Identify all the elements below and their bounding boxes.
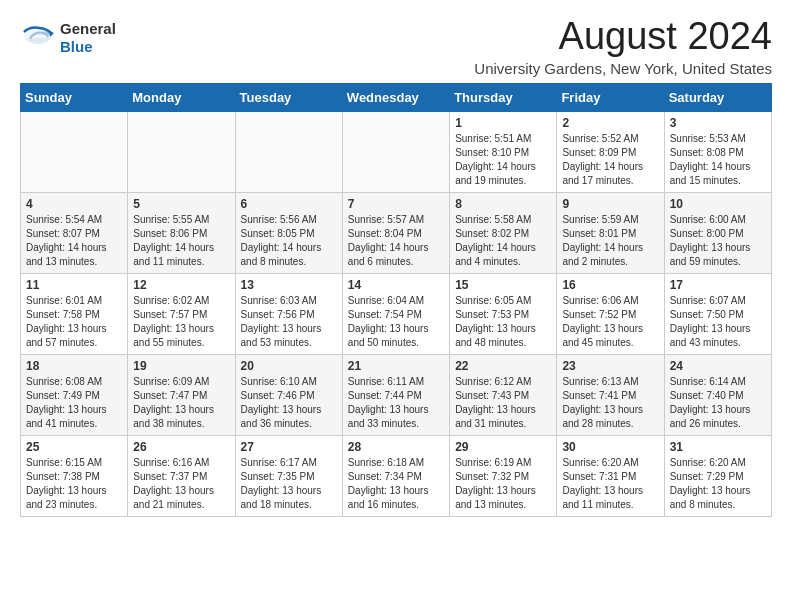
logo-blue: Blue <box>60 38 116 56</box>
day-number: 30 <box>562 440 658 454</box>
weekday-header: Thursday <box>450 83 557 111</box>
sunset-text: Sunset: 7:44 PM <box>348 390 422 401</box>
sunset-text: Sunset: 7:47 PM <box>133 390 207 401</box>
weekday-header: Wednesday <box>342 83 449 111</box>
cell-info: Sunrise: 6:07 AM Sunset: 7:50 PM Dayligh… <box>670 294 766 350</box>
weekday-header: Friday <box>557 83 664 111</box>
weekday-header: Tuesday <box>235 83 342 111</box>
cell-info: Sunrise: 5:58 AM Sunset: 8:02 PM Dayligh… <box>455 213 551 269</box>
daylight-text: Daylight: 13 hours and 57 minutes. <box>26 323 107 348</box>
cell-info: Sunrise: 6:17 AM Sunset: 7:35 PM Dayligh… <box>241 456 337 512</box>
sunset-text: Sunset: 7:50 PM <box>670 309 744 320</box>
calendar-cell: 19 Sunrise: 6:09 AM Sunset: 7:47 PM Dayl… <box>128 354 235 435</box>
calendar-cell: 22 Sunrise: 6:12 AM Sunset: 7:43 PM Dayl… <box>450 354 557 435</box>
calendar-cell: 17 Sunrise: 6:07 AM Sunset: 7:50 PM Dayl… <box>664 273 771 354</box>
daylight-text: Daylight: 13 hours and 33 minutes. <box>348 404 429 429</box>
sunrise-text: Sunrise: 6:08 AM <box>26 376 102 387</box>
sunset-text: Sunset: 7:46 PM <box>241 390 315 401</box>
sunrise-text: Sunrise: 5:57 AM <box>348 214 424 225</box>
day-number: 31 <box>670 440 766 454</box>
day-number: 24 <box>670 359 766 373</box>
daylight-text: Daylight: 13 hours and 16 minutes. <box>348 485 429 510</box>
daylight-text: Daylight: 13 hours and 18 minutes. <box>241 485 322 510</box>
daylight-text: Daylight: 14 hours and 4 minutes. <box>455 242 536 267</box>
calendar-cell <box>235 111 342 192</box>
day-number: 3 <box>670 116 766 130</box>
calendar-cell: 14 Sunrise: 6:04 AM Sunset: 7:54 PM Dayl… <box>342 273 449 354</box>
cell-info: Sunrise: 6:16 AM Sunset: 7:37 PM Dayligh… <box>133 456 229 512</box>
day-number: 26 <box>133 440 229 454</box>
daylight-text: Daylight: 13 hours and 55 minutes. <box>133 323 214 348</box>
sunset-text: Sunset: 7:41 PM <box>562 390 636 401</box>
sunrise-text: Sunrise: 5:58 AM <box>455 214 531 225</box>
sunrise-text: Sunrise: 5:53 AM <box>670 133 746 144</box>
sunrise-text: Sunrise: 5:54 AM <box>26 214 102 225</box>
daylight-text: Daylight: 13 hours and 21 minutes. <box>133 485 214 510</box>
sunrise-text: Sunrise: 5:51 AM <box>455 133 531 144</box>
sunrise-text: Sunrise: 6:12 AM <box>455 376 531 387</box>
sunset-text: Sunset: 7:58 PM <box>26 309 100 320</box>
day-number: 22 <box>455 359 551 373</box>
sunset-text: Sunset: 7:37 PM <box>133 471 207 482</box>
sunrise-text: Sunrise: 6:04 AM <box>348 295 424 306</box>
sunset-text: Sunset: 8:01 PM <box>562 228 636 239</box>
day-number: 2 <box>562 116 658 130</box>
sunrise-text: Sunrise: 6:20 AM <box>670 457 746 468</box>
calendar-cell: 28 Sunrise: 6:18 AM Sunset: 7:34 PM Dayl… <box>342 435 449 516</box>
cell-info: Sunrise: 5:53 AM Sunset: 8:08 PM Dayligh… <box>670 132 766 188</box>
cell-info: Sunrise: 6:01 AM Sunset: 7:58 PM Dayligh… <box>26 294 122 350</box>
sunset-text: Sunset: 8:08 PM <box>670 147 744 158</box>
daylight-text: Daylight: 14 hours and 19 minutes. <box>455 161 536 186</box>
cell-info: Sunrise: 6:04 AM Sunset: 7:54 PM Dayligh… <box>348 294 444 350</box>
day-number: 15 <box>455 278 551 292</box>
calendar-cell: 4 Sunrise: 5:54 AM Sunset: 8:07 PM Dayli… <box>21 192 128 273</box>
calendar-cell <box>128 111 235 192</box>
daylight-text: Daylight: 13 hours and 13 minutes. <box>455 485 536 510</box>
sunrise-text: Sunrise: 6:19 AM <box>455 457 531 468</box>
day-number: 21 <box>348 359 444 373</box>
calendar-cell: 31 Sunrise: 6:20 AM Sunset: 7:29 PM Dayl… <box>664 435 771 516</box>
cell-info: Sunrise: 5:54 AM Sunset: 8:07 PM Dayligh… <box>26 213 122 269</box>
sunset-text: Sunset: 8:02 PM <box>455 228 529 239</box>
day-number: 23 <box>562 359 658 373</box>
sunrise-text: Sunrise: 6:05 AM <box>455 295 531 306</box>
calendar-table: SundayMondayTuesdayWednesdayThursdayFrid… <box>20 83 772 517</box>
calendar-cell: 1 Sunrise: 5:51 AM Sunset: 8:10 PM Dayli… <box>450 111 557 192</box>
day-number: 29 <box>455 440 551 454</box>
sunset-text: Sunset: 8:00 PM <box>670 228 744 239</box>
calendar-cell: 9 Sunrise: 5:59 AM Sunset: 8:01 PM Dayli… <box>557 192 664 273</box>
sunset-text: Sunset: 7:32 PM <box>455 471 529 482</box>
sunrise-text: Sunrise: 5:59 AM <box>562 214 638 225</box>
day-number: 8 <box>455 197 551 211</box>
weekday-header: Saturday <box>664 83 771 111</box>
daylight-text: Daylight: 13 hours and 26 minutes. <box>670 404 751 429</box>
sunrise-text: Sunrise: 5:52 AM <box>562 133 638 144</box>
sunset-text: Sunset: 7:56 PM <box>241 309 315 320</box>
cell-info: Sunrise: 6:20 AM Sunset: 7:31 PM Dayligh… <box>562 456 658 512</box>
day-number: 6 <box>241 197 337 211</box>
sunset-text: Sunset: 7:38 PM <box>26 471 100 482</box>
daylight-text: Daylight: 13 hours and 45 minutes. <box>562 323 643 348</box>
day-number: 7 <box>348 197 444 211</box>
day-number: 14 <box>348 278 444 292</box>
calendar-cell: 27 Sunrise: 6:17 AM Sunset: 7:35 PM Dayl… <box>235 435 342 516</box>
calendar-cell <box>342 111 449 192</box>
logo-icon <box>20 24 56 52</box>
daylight-text: Daylight: 13 hours and 53 minutes. <box>241 323 322 348</box>
sunset-text: Sunset: 8:06 PM <box>133 228 207 239</box>
week-row: 18 Sunrise: 6:08 AM Sunset: 7:49 PM Dayl… <box>21 354 772 435</box>
calendar-cell: 5 Sunrise: 5:55 AM Sunset: 8:06 PM Dayli… <box>128 192 235 273</box>
day-number: 25 <box>26 440 122 454</box>
day-number: 13 <box>241 278 337 292</box>
sunset-text: Sunset: 8:07 PM <box>26 228 100 239</box>
calendar-cell: 24 Sunrise: 6:14 AM Sunset: 7:40 PM Dayl… <box>664 354 771 435</box>
sunset-text: Sunset: 7:34 PM <box>348 471 422 482</box>
sunrise-text: Sunrise: 6:13 AM <box>562 376 638 387</box>
cell-info: Sunrise: 6:19 AM Sunset: 7:32 PM Dayligh… <box>455 456 551 512</box>
sunset-text: Sunset: 7:29 PM <box>670 471 744 482</box>
sunrise-text: Sunrise: 6:15 AM <box>26 457 102 468</box>
calendar-cell: 13 Sunrise: 6:03 AM Sunset: 7:56 PM Dayl… <box>235 273 342 354</box>
cell-info: Sunrise: 5:55 AM Sunset: 8:06 PM Dayligh… <box>133 213 229 269</box>
day-number: 5 <box>133 197 229 211</box>
sunrise-text: Sunrise: 6:20 AM <box>562 457 638 468</box>
